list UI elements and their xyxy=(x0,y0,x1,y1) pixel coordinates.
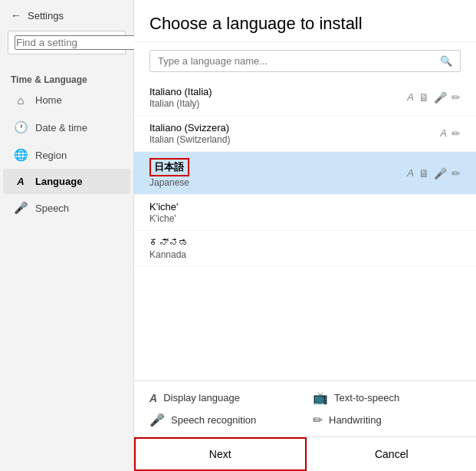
sidebar-item-label: Date & time xyxy=(35,122,87,133)
monitor-icon: 🖥 xyxy=(419,167,429,180)
sidebar-item-home[interactable]: ⌂ Home xyxy=(3,87,130,114)
language-text: Italiano (Italia) Italian (Italy) xyxy=(149,86,212,109)
settings-search[interactable] xyxy=(8,31,126,54)
language-subname: K'iche' xyxy=(149,213,178,224)
feature-options-row: A Display language 📺 Text-to-speech 🎤 Sp… xyxy=(134,380,476,436)
language-list: Italiano (Italia) Italian (Italy) A 🖥 🎤 … xyxy=(134,80,476,380)
language-text: K'iche' K'iche' xyxy=(149,201,178,224)
font-icon: A xyxy=(407,91,414,104)
sidebar-item-speech[interactable]: 🎤 Speech xyxy=(3,194,130,222)
sidebar-item-label: Speech xyxy=(35,203,69,214)
language-name: K'iche' xyxy=(149,201,178,212)
pen-icon: ✏ xyxy=(451,167,461,180)
language-icon: A xyxy=(14,176,28,187)
pen-icon: ✏ xyxy=(451,127,461,140)
sidebar-item-language[interactable]: A Language xyxy=(3,169,130,194)
sidebar-item-label: Region xyxy=(35,150,67,161)
globe-icon: 🌐 xyxy=(14,148,28,162)
handwriting-feature: ✏ Handwriting xyxy=(313,413,461,427)
language-name: ಕನ್ನಡ xyxy=(149,237,189,249)
language-name: Italiano (Svizzera) xyxy=(149,122,230,133)
text-to-speech-feature: 📺 Text-to-speech xyxy=(313,390,461,405)
language-feature-icons: A 🖥 🎤 ✏ xyxy=(407,167,461,180)
handwriting-label: Handwriting xyxy=(329,414,382,426)
font-icon: A xyxy=(440,127,447,140)
language-text: ಕನ್ನಡ Kannada xyxy=(149,237,189,260)
mic-icon: 🎤 xyxy=(434,91,447,104)
text-to-speech-icon: 📺 xyxy=(313,390,328,405)
mic-icon: 🎤 xyxy=(434,167,447,180)
language-subname: Italian (Switzerland) xyxy=(149,134,230,145)
language-feature-icons: A 🖥 🎤 ✏ xyxy=(407,91,461,104)
sidebar: ← Settings Time & Language ⌂ Home 🕐 Date… xyxy=(0,0,134,471)
speech-recognition-icon: 🎤 xyxy=(149,413,165,427)
display-language-icon: A xyxy=(149,392,157,404)
language-name-japanese: 日本語 xyxy=(149,158,189,176)
back-arrow-icon: ← xyxy=(11,9,21,21)
language-search-input[interactable] xyxy=(158,55,440,67)
font-icon: A xyxy=(407,167,414,180)
microphone-icon: 🎤 xyxy=(14,201,28,215)
handwriting-icon: ✏ xyxy=(313,413,323,427)
list-item[interactable]: ಕನ್ನಡ Kannada xyxy=(134,231,476,267)
bottom-buttons: Next Cancel xyxy=(134,436,476,471)
find-setting-input[interactable] xyxy=(15,35,147,50)
list-item-japanese[interactable]: 日本語 Japanese A 🖥 🎤 ✏ xyxy=(134,152,476,195)
list-item[interactable]: Italiano (Svizzera) Italian (Switzerland… xyxy=(134,116,476,152)
back-label: Settings xyxy=(28,10,64,21)
text-to-speech-label: Text-to-speech xyxy=(334,392,399,403)
sidebar-item-region[interactable]: 🌐 Region xyxy=(3,141,130,169)
sidebar-item-label: Language xyxy=(35,176,82,187)
language-subname: Italian (Italy) xyxy=(149,98,212,109)
display-language-label: Display language xyxy=(163,392,240,403)
language-search-bar[interactable]: 🔍 xyxy=(149,50,461,72)
language-text: Italiano (Svizzera) Italian (Switzerland… xyxy=(149,122,230,145)
language-subname: Kannada xyxy=(149,249,189,260)
home-icon: ⌂ xyxy=(14,94,28,107)
sidebar-section-title: Time & Language xyxy=(0,70,133,87)
language-name: Italiano (Italia) xyxy=(149,86,212,97)
list-item[interactable]: K'iche' K'iche' xyxy=(134,195,476,231)
speech-recognition-feature: 🎤 Speech recognition xyxy=(149,413,297,427)
next-button[interactable]: Next xyxy=(134,437,307,471)
back-button[interactable]: ← Settings xyxy=(0,0,133,31)
clock-icon: 🕐 xyxy=(14,120,28,134)
language-subname-japanese: Japanese xyxy=(149,177,189,188)
pen-icon: ✏ xyxy=(451,91,461,104)
search-icon: 🔍 xyxy=(440,55,452,67)
sidebar-item-label: Home xyxy=(35,94,62,106)
list-item[interactable]: Italiano (Italia) Italian (Italy) A 🖥 🎤 … xyxy=(134,80,476,116)
language-feature-icons: A ✏ xyxy=(440,127,461,140)
page-title: Choose a language to install xyxy=(134,0,476,42)
sidebar-item-date-time[interactable]: 🕐 Date & time xyxy=(3,114,130,141)
monitor-icon: 🖥 xyxy=(419,91,429,104)
main-content: Choose a language to install 🔍 Italiano … xyxy=(134,0,476,471)
speech-recognition-label: Speech recognition xyxy=(171,414,256,426)
language-text: 日本語 Japanese xyxy=(149,158,189,188)
display-language-feature: A Display language xyxy=(149,390,297,405)
cancel-button[interactable]: Cancel xyxy=(307,437,477,471)
